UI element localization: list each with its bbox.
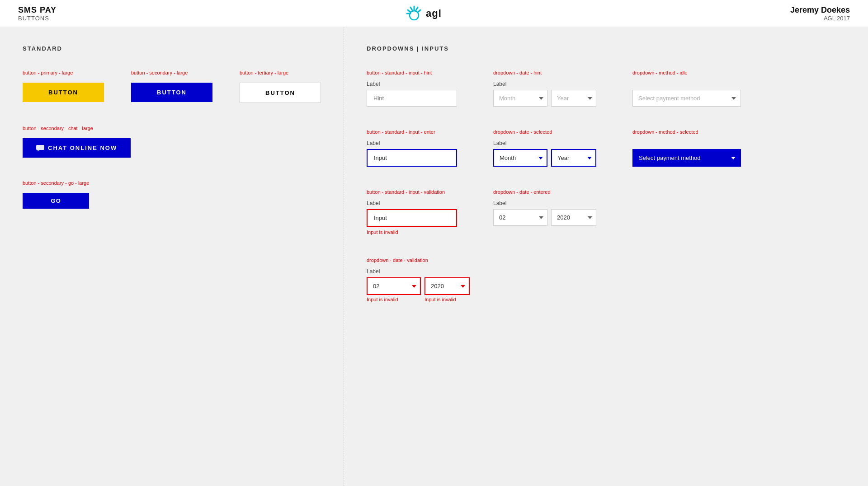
dropdown-date-hint-component: dropdown - date - hint Label Month 01020… xyxy=(493,70,596,107)
go-button-component: button - secondary - go - large GO xyxy=(23,180,89,209)
svg-point-6 xyxy=(410,11,419,20)
go-button-label: button - secondary - go - large xyxy=(23,180,89,186)
year-validation-wrapper: 2020 2021 Input is invalid xyxy=(425,277,470,302)
main-content: STANDARD button - primary - large BUTTON… xyxy=(0,27,868,486)
dropdown-date-selected-component: dropdown - date - selected Label Month 0… xyxy=(493,129,596,167)
input-enter-component: button - standard - input - enter Label xyxy=(367,129,457,167)
button-row-2: button - secondary - chat - large CHAT O… xyxy=(23,126,321,158)
date-hint-group: Month 010203 Year 20202021 xyxy=(493,90,596,107)
header-right: Jeremy Doekes AGL 2017 xyxy=(790,5,850,22)
dropdown-row-4: dropdown - date - validation Label 02 01… xyxy=(367,257,845,302)
year-hint-select[interactable]: Year 20202021 xyxy=(551,90,596,107)
button-row-1: button - primary - large BUTTON button -… xyxy=(23,70,321,103)
dropdown-method-idle-component: dropdown - method - idle Select payment … xyxy=(632,70,764,107)
svg-line-1 xyxy=(416,7,418,10)
dropdown-date-entered-component: dropdown - date - entered Label 02 0103 … xyxy=(493,189,596,226)
secondary-button-component: button - secondary - large BUTTON xyxy=(131,70,212,102)
primary-button-label: button - primary - large xyxy=(23,70,104,75)
svg-marker-8 xyxy=(37,150,40,151)
dropdown-row-1: button - standard - input - hint Label d… xyxy=(367,70,845,107)
month-validation-wrapper: 02 0103 Input is invalid xyxy=(367,277,421,302)
svg-rect-7 xyxy=(36,145,44,150)
method-selected-select[interactable]: Select payment method Credit Card xyxy=(632,149,741,167)
primary-button-component: button - primary - large BUTTON xyxy=(23,70,104,102)
button-row-3: button - secondary - go - large GO xyxy=(23,180,321,209)
method-idle-top-label: dropdown - method - idle xyxy=(632,70,764,75)
header-year: AGL 2017 xyxy=(790,15,850,22)
chat-large-button[interactable]: CHAT ONLINE NOW xyxy=(23,138,131,158)
method-idle-select[interactable]: Select payment method Credit Card Bank T… xyxy=(632,90,741,107)
date-entered-field-label: Label xyxy=(493,200,596,206)
dropdown-row-3: button - standard - input - validation L… xyxy=(367,189,845,235)
year-entered-select[interactable]: 2020 2021 xyxy=(551,209,596,226)
input-validation-field-label: Label xyxy=(367,200,457,206)
go-button[interactable]: GO xyxy=(23,193,89,209)
input-enter-field-label: Label xyxy=(367,140,457,146)
chat-button-label: button - secondary - chat - large xyxy=(23,126,131,131)
year-selected-select[interactable]: Year 20202021 xyxy=(551,149,596,167)
left-panel: STANDARD button - primary - large BUTTON… xyxy=(0,27,344,486)
header-left: SMS PAY BUTTONS xyxy=(18,5,57,22)
year-validation-select[interactable]: 2020 2021 xyxy=(425,277,470,295)
dropdown-row-2: button - standard - input - enter Label … xyxy=(367,129,845,167)
input-validation-message: Input is invalid xyxy=(367,229,457,235)
standard-section-title: STANDARD xyxy=(23,45,321,52)
date-selected-top-label: dropdown - date - selected xyxy=(493,129,596,135)
hint-input[interactable] xyxy=(367,90,457,107)
input-enter-top-label: button - standard - input - enter xyxy=(367,129,457,135)
month-validation-message: Input is invalid xyxy=(367,297,421,302)
date-hint-top-label: dropdown - date - hint xyxy=(493,70,596,75)
validation-input[interactable] xyxy=(367,209,457,227)
primary-large-button[interactable]: BUTTON xyxy=(23,83,104,102)
right-panel: DROPDOWNS | INPUTS button - standard - i… xyxy=(344,27,868,486)
chat-icon xyxy=(36,145,44,151)
input-validation-component: button - standard - input - validation L… xyxy=(367,189,457,235)
dropdown-date-validation-component: dropdown - date - validation Label 02 01… xyxy=(367,257,470,302)
date-validation-top-label: dropdown - date - validation xyxy=(367,257,470,263)
date-hint-field-label: Label xyxy=(493,81,596,87)
user-name: Jeremy Doekes xyxy=(790,5,850,15)
month-validation-select[interactable]: 02 0103 xyxy=(367,277,421,295)
tertiary-button-component: button - tertiary - large BUTTON xyxy=(240,70,321,103)
chat-button-component: button - secondary - chat - large CHAT O… xyxy=(23,126,131,158)
date-selected-group: Month 010203 Year 20202021 xyxy=(493,149,596,167)
secondary-large-button[interactable]: BUTTON xyxy=(131,83,212,102)
input-hint-component: button - standard - input - hint Label xyxy=(367,70,457,107)
input-hint-field-label: Label xyxy=(367,81,457,87)
logo: agl xyxy=(405,5,442,22)
agl-logo-icon xyxy=(405,5,423,22)
enter-input[interactable] xyxy=(367,149,457,167)
secondary-button-label: button - secondary - large xyxy=(131,70,212,75)
method-selected-field-label xyxy=(632,140,764,146)
logo-text: agl xyxy=(426,8,442,19)
app-subtitle: BUTTONS xyxy=(18,15,57,22)
svg-line-3 xyxy=(410,7,412,10)
input-hint-top-label: button - standard - input - hint xyxy=(367,70,457,75)
date-validation-group: 02 0103 Input is invalid 2020 2021 Input… xyxy=(367,277,470,302)
month-selected-select[interactable]: Month 010203 xyxy=(493,149,547,167)
year-validation-message: Input is invalid xyxy=(425,297,470,302)
method-selected-top-label: dropdown - method - selected xyxy=(632,129,764,135)
svg-line-2 xyxy=(418,10,420,12)
date-entered-top-label: dropdown - date - entered xyxy=(493,189,596,195)
method-idle-field-label xyxy=(632,81,764,87)
month-hint-select[interactable]: Month 010203 xyxy=(493,90,547,107)
svg-line-4 xyxy=(408,10,410,12)
date-selected-field-label: Label xyxy=(493,140,596,146)
tertiary-button-label: button - tertiary - large xyxy=(240,70,321,75)
tertiary-large-button[interactable]: BUTTON xyxy=(240,83,321,103)
date-entered-group: 02 0103 2020 2021 xyxy=(493,209,596,226)
dropdowns-section-title: DROPDOWNS | INPUTS xyxy=(367,45,845,52)
date-validation-field-label: Label xyxy=(367,268,470,275)
app-title: SMS PAY xyxy=(18,5,57,15)
header: SMS PAY BUTTONS agl Jeremy Doekes AGL 20… xyxy=(0,0,868,27)
month-entered-select[interactable]: 02 0103 xyxy=(493,209,547,226)
input-validation-top-label: button - standard - input - validation xyxy=(367,189,457,195)
dropdown-method-selected-component: dropdown - method - selected Select paym… xyxy=(632,129,764,167)
